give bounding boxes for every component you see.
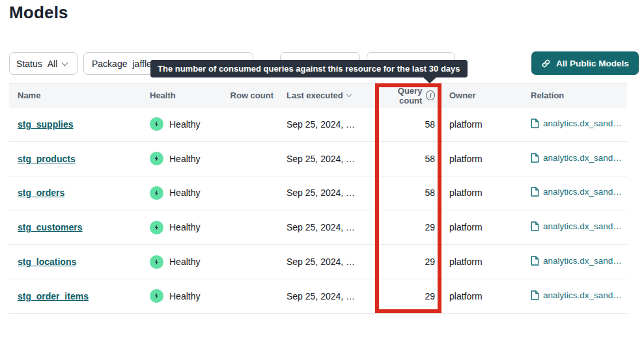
last-executed-cell: Sep 25, 2024, … [273, 222, 378, 232]
column-header-health[interactable]: Health [150, 91, 221, 100]
table-row: stg_locations Healthy Sep 25, 2024, … 29… [9, 245, 627, 279]
file-icon [531, 153, 539, 163]
all-public-models-label: All Public Models [556, 59, 629, 68]
last-executed-cell: Sep 25, 2024, … [273, 291, 378, 301]
query-count-cell: 29 [378, 291, 435, 301]
model-name-link[interactable]: stg_orders [18, 188, 64, 198]
model-name-link[interactable]: stg_customers [18, 222, 83, 232]
query-count-cell: 29 [378, 257, 435, 267]
all-public-models-button[interactable]: All Public Models [531, 51, 639, 75]
file-icon [531, 187, 539, 197]
chevron-down-icon [62, 59, 68, 66]
status-filter-label: Status [16, 59, 42, 69]
health-bolt-icon [150, 152, 163, 165]
relation-link[interactable]: analytics.dx_sand… [531, 290, 622, 300]
health-bolt-icon [150, 117, 163, 131]
relation-link[interactable]: analytics.dx_sand… [531, 153, 622, 163]
query-count-cell: 58 [378, 119, 435, 130]
owner-cell: platform [435, 257, 520, 267]
table-row: stg_customers Healthy Sep 25, 2024, … 29… [9, 210, 627, 245]
owner-cell: platform [435, 154, 520, 164]
health-label: Healthy [169, 188, 200, 198]
query-count-tooltip: The number of consumed queries against t… [150, 60, 468, 77]
column-header-query-count[interactable]: Query count i [378, 86, 435, 105]
models-table: Name Health Row count Last executed Quer… [9, 83, 627, 314]
table-row: stg_orders Healthy Sep 25, 2024, … 58 pl… [9, 176, 627, 211]
last-executed-cell: Sep 25, 2024, … [273, 188, 378, 198]
status-filter-dropdown[interactable]: Status All [9, 52, 77, 75]
link-icon [541, 59, 551, 68]
query-count-cell: 58 [378, 154, 435, 164]
table-row: stg_supplies Healthy Sep 25, 2024, … 58 … [9, 107, 627, 142]
info-icon[interactable]: i [426, 91, 435, 100]
package-filter-label: Package [92, 59, 127, 69]
relation-link[interactable]: analytics.dx_sand… [531, 221, 622, 231]
models-page: Models Status All Package jaffle_ All Pu… [0, 0, 644, 349]
health-cell: Healthy [150, 255, 221, 269]
health-bolt-icon [150, 186, 163, 200]
last-executed-cell: Sep 25, 2024, … [273, 119, 378, 130]
last-executed-cell: Sep 25, 2024, … [273, 154, 378, 164]
health-cell: Healthy [150, 289, 221, 303]
model-name-link[interactable]: stg_order_items [18, 291, 89, 301]
last-executed-cell: Sep 25, 2024, … [273, 257, 378, 267]
owner-cell: platform [435, 222, 520, 232]
relation-link[interactable]: analytics.dx_sand… [531, 187, 622, 197]
health-cell: Healthy [150, 221, 221, 234]
relation-link[interactable]: analytics.dx_sand… [531, 256, 622, 266]
health-label: Healthy [169, 119, 200, 130]
column-header-relation[interactable]: Relation [520, 91, 627, 100]
table-header-row: Name Health Row count Last executed Quer… [9, 83, 627, 107]
table-row: stg_products Healthy Sep 25, 2024, … 58 … [9, 142, 627, 176]
query-count-cell: 58 [378, 188, 435, 198]
column-header-owner[interactable]: Owner [435, 91, 520, 100]
tooltip-caret [423, 77, 437, 83]
health-bolt-icon [150, 255, 163, 269]
health-bolt-icon [150, 221, 163, 234]
health-label: Healthy [169, 222, 200, 232]
health-bolt-icon [150, 289, 163, 303]
relation-link[interactable]: analytics.dx_sand… [531, 119, 622, 128]
file-icon [531, 119, 539, 128]
column-header-last-executed[interactable]: Last executed [273, 91, 378, 100]
owner-cell: platform [435, 119, 520, 130]
owner-cell: platform [435, 188, 520, 198]
owner-cell: platform [435, 291, 520, 301]
file-icon [531, 290, 539, 300]
health-label: Healthy [169, 154, 200, 164]
column-header-row-count[interactable]: Row count [221, 91, 273, 100]
status-filter-value: All [48, 59, 58, 69]
column-header-name[interactable]: Name [9, 91, 150, 100]
sort-chevron-down-icon [346, 92, 351, 97]
health-label: Healthy [169, 291, 200, 301]
file-icon [531, 256, 539, 266]
model-name-link[interactable]: stg_products [18, 154, 76, 164]
file-icon [531, 221, 539, 231]
health-cell: Healthy [150, 152, 221, 165]
model-name-link[interactable]: stg_locations [18, 257, 76, 267]
model-name-link[interactable]: stg_supplies [18, 119, 74, 130]
health-cell: Healthy [150, 186, 221, 200]
health-label: Healthy [169, 257, 200, 267]
query-count-cell: 29 [378, 222, 435, 232]
page-title: Models [9, 3, 68, 23]
health-cell: Healthy [150, 117, 221, 131]
table-row: stg_order_items Healthy Sep 25, 2024, … … [9, 279, 627, 314]
